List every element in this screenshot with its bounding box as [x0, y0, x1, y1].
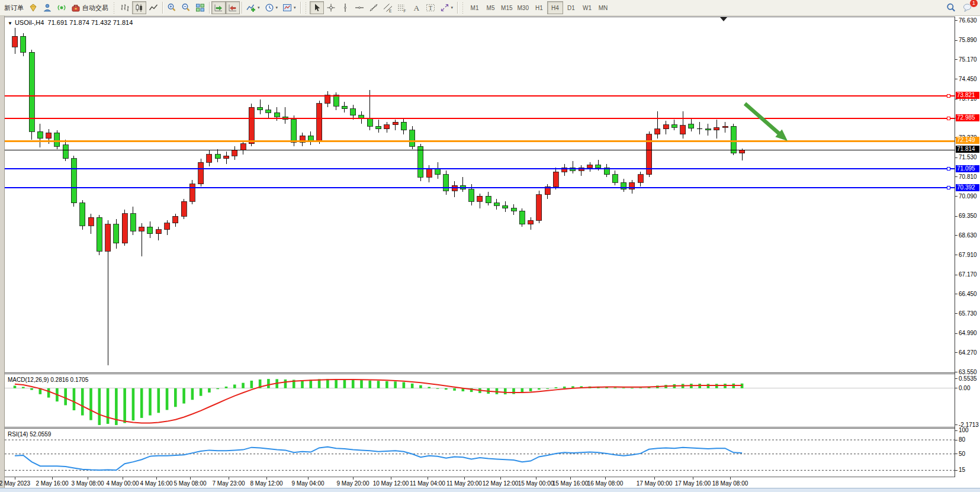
timeframe-w1[interactable]: W1 [579, 1, 595, 14]
templates-button[interactable]: ▾ [280, 1, 298, 14]
time-tick [229, 477, 229, 480]
candle-bear [63, 145, 68, 159]
timeframe-mn[interactable]: MN [595, 1, 611, 14]
rsi-indicator-label: RSI(14) 52.0559 [8, 431, 51, 438]
profile-button[interactable] [40, 1, 54, 14]
bar-chart-button[interactable] [118, 1, 132, 14]
candle-bear [114, 224, 119, 243]
macd-bar [360, 380, 363, 388]
gem-button[interactable] [26, 1, 40, 14]
candle-bear [410, 130, 415, 146]
timeframe-m30[interactable]: M30 [515, 1, 531, 14]
signals-button[interactable] [54, 1, 69, 14]
time-tick [654, 477, 655, 480]
main-chart-plot[interactable] [5, 17, 955, 372]
time-tick [693, 477, 693, 480]
splitter-macd-rsi[interactable] [5, 427, 980, 427]
periods-button[interactable]: ▾ [262, 1, 281, 14]
timeframe-h1[interactable]: H1 [531, 1, 547, 14]
timeframe-m1-label: M1 [471, 5, 479, 11]
time-tick [570, 477, 571, 480]
channel-button[interactable]: E [381, 1, 395, 14]
splitter-main-macd-line2 [5, 374, 980, 374]
indicators-button[interactable]: ▾ [244, 1, 262, 14]
text-label-button[interactable]: T [423, 1, 438, 14]
fibonacci-button[interactable]: F [395, 1, 409, 14]
timeframe-h4[interactable]: H4 [547, 1, 563, 14]
candle-bear [469, 189, 474, 201]
text-button[interactable]: A [409, 1, 423, 14]
horizontal-line-button[interactable] [352, 1, 367, 14]
timeframe-m15[interactable]: M15 [499, 1, 515, 14]
candle-bull [384, 125, 390, 129]
line-chart-button[interactable] [146, 1, 160, 14]
chart-shift-button[interactable] [226, 1, 240, 14]
macd-bar [394, 381, 397, 388]
macd-bar [81, 388, 84, 416]
timeframe-m5[interactable]: M5 [483, 1, 499, 14]
tile-windows-button[interactable] [193, 1, 207, 14]
macd-bar [512, 388, 515, 394]
chevron-down-icon[interactable]: ▾ [276, 5, 278, 10]
time-tick [353, 477, 354, 480]
candle-bull [105, 224, 111, 251]
arrows-button[interactable]: ▾ [438, 1, 456, 14]
chevron-down-icon[interactable]: ▾ [258, 5, 260, 10]
time-axis[interactable]: 2 May 20232 May 16:003 May 08:004 May 00… [5, 477, 980, 488]
candles-icon [134, 3, 144, 12]
level-line-handle[interactable] [947, 117, 950, 120]
time-label: 7 May 23:00 [212, 480, 245, 487]
time-label: 16 May 08:00 [587, 480, 624, 487]
zoom-in-button[interactable] [165, 1, 179, 14]
macd-bar [301, 380, 304, 388]
level-line-handle[interactable] [947, 186, 950, 189]
chevron-down-icon[interactable]: ▾ [451, 5, 454, 10]
vertical-line-button[interactable] [338, 1, 352, 14]
annotation-arrow-shaft[interactable] [745, 104, 780, 134]
axis-label: 75.890 [959, 37, 977, 43]
price-level-label-72.985: 72.985 [956, 114, 979, 121]
time-label: 4 May 00:00 [106, 480, 139, 487]
text-label-icon: T [426, 3, 435, 12]
candle-bear [621, 182, 626, 189]
macd-bar [538, 388, 541, 390]
macd-panel-plot[interactable] [5, 374, 955, 427]
candle-bear [266, 110, 271, 113]
axis-tick [955, 294, 957, 294]
rsi-panel-plot[interactable] [5, 429, 955, 477]
signal-icon [57, 3, 66, 12]
zoom-out-button[interactable] [179, 1, 193, 14]
new-order-button[interactable]: 新订单 [2, 1, 26, 14]
auto-trading-button[interactable]: 自动交易 [69, 1, 111, 14]
candle-bull [528, 220, 534, 224]
notifications-button[interactable]: 1 [960, 1, 975, 14]
candle-bear [671, 125, 677, 128]
axis-tick [955, 430, 957, 431]
candle-bull [629, 182, 635, 189]
axis-tick [955, 176, 957, 177]
timeframe-d1[interactable]: D1 [563, 1, 579, 14]
candle-bull [536, 195, 542, 220]
vline-icon [340, 3, 350, 12]
level-line-handle[interactable] [947, 95, 950, 98]
price-axis[interactable]: 76.63075.89075.17074.45073.71072.99072.2… [955, 17, 980, 477]
macd-bar [64, 388, 67, 406]
chevron-down-icon[interactable]: ▾ [294, 5, 296, 10]
trendline-button[interactable] [367, 1, 381, 14]
axis-label: 76.630 [959, 17, 977, 24]
crosshair-button[interactable] [324, 1, 338, 14]
candle-bear [21, 36, 26, 52]
splitter-main-macd[interactable] [5, 372, 980, 373]
template-icon [282, 3, 292, 12]
chart-menu-triangle-icon[interactable]: ▼ [8, 21, 12, 26]
cursor-button[interactable] [310, 1, 324, 14]
auto-scroll-button[interactable] [211, 1, 226, 14]
candlestick-chart-button[interactable] [132, 1, 146, 14]
time-tick [464, 477, 465, 480]
axis-tick [955, 275, 957, 275]
candle-bull [393, 122, 398, 125]
search-button[interactable] [944, 1, 958, 14]
chart-shift-marker-icon[interactable] [720, 17, 727, 21]
level-line-handle[interactable] [947, 168, 950, 171]
timeframe-m1[interactable]: M1 [467, 1, 483, 14]
